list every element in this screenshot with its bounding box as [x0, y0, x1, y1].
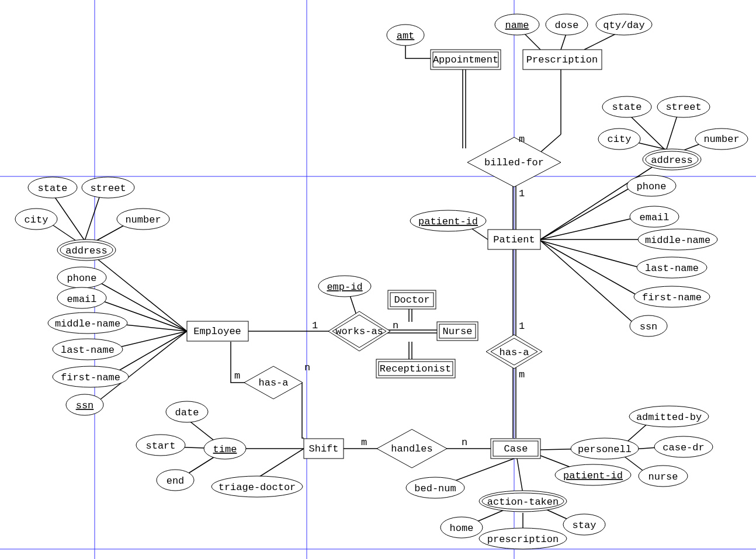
svg-text:triage-doctor: triage-doctor	[219, 482, 296, 493]
entity-nurse-label: Nurse	[442, 326, 472, 337]
rel-handles-label: handles	[391, 443, 432, 454]
attr-patient-ssn: ssn	[630, 315, 667, 336]
attr-patient-state: state	[602, 96, 651, 117]
svg-text:name: name	[505, 20, 529, 31]
svg-text:phone: phone	[67, 273, 96, 284]
svg-line-23	[540, 241, 640, 297]
attr-emp-address: address	[57, 239, 116, 261]
attr-case-dr: case-dr	[654, 436, 713, 457]
entities: Appointment Prescription Employee Patien…	[187, 50, 602, 459]
attr-emp-middlename: middle-name	[48, 313, 127, 334]
svg-text:number: number	[125, 214, 161, 225]
rel-has-a-emp: has-a	[244, 366, 303, 399]
attr-dose: dose	[546, 14, 588, 35]
svg-line-9	[523, 32, 540, 50]
entity-appointment-label: Appointment	[433, 54, 498, 65]
attr-patient-address: address	[643, 149, 701, 170]
attr-emp-email: email	[57, 287, 106, 308]
svg-text:patient-id: patient-id	[563, 470, 623, 481]
svg-text:street: street	[90, 183, 126, 194]
card-works-1: 1	[312, 320, 318, 331]
attr-personell: personell	[571, 438, 639, 459]
entity-prescription-label: Prescription	[526, 54, 598, 65]
card-hasa-emp-m: m	[234, 370, 240, 381]
attr-emp-state: state	[28, 177, 77, 198]
svg-text:state: state	[612, 102, 641, 113]
svg-text:middle-name: middle-name	[645, 235, 710, 246]
entity-doctor: Doctor	[388, 290, 436, 309]
entity-case: Case	[491, 439, 540, 459]
svg-text:state: state	[37, 183, 67, 194]
svg-text:patient-id: patient-id	[418, 216, 478, 227]
attr-patient-lastname: last-name	[637, 257, 707, 278]
attr-bed-num: bed-num	[406, 477, 464, 498]
entity-doctor-label: Doctor	[394, 294, 429, 305]
svg-text:first-name: first-name	[61, 372, 120, 383]
entity-receptionist: Receptionist	[376, 359, 455, 378]
svg-text:bed-num: bed-num	[414, 483, 456, 494]
attr-patient-email: email	[630, 206, 679, 227]
svg-text:ssn: ssn	[76, 400, 94, 411]
card-hasa-pat-m: m	[519, 369, 525, 380]
rel-has-a-pat: has-a	[486, 335, 542, 369]
attr-prescription: prescription	[479, 528, 567, 549]
rel-billed-for: billed-for	[467, 137, 561, 187]
cardinalities: m 1 1 n m n m n 1 m	[234, 134, 525, 448]
attr-emp-ssn: ssn	[66, 394, 103, 415]
entity-shift-label: Shift	[308, 443, 338, 454]
svg-text:emp-id: emp-id	[327, 282, 362, 293]
card-handles-m: m	[361, 437, 367, 448]
svg-text:ssn: ssn	[640, 321, 658, 332]
entity-receptionist-label: Receptionist	[380, 363, 451, 374]
attr-emp-street: street	[82, 177, 134, 198]
card-hasa-emp-n: n	[304, 362, 310, 373]
rel-works-as: works-as	[328, 311, 390, 351]
attr-patient-street: street	[657, 96, 710, 117]
attr-nurse: nurse	[639, 466, 688, 487]
svg-text:home: home	[450, 523, 474, 534]
svg-text:first-name: first-name	[642, 292, 702, 303]
svg-text:prescription: prescription	[487, 534, 559, 545]
svg-text:phone: phone	[636, 181, 666, 192]
attr-date: date	[166, 401, 208, 422]
entity-case-label: Case	[504, 443, 528, 454]
svg-text:case-dr: case-dr	[663, 442, 704, 453]
attr-emp-phone: phone	[57, 267, 106, 288]
entity-prescription: Prescription	[523, 50, 602, 70]
attr-home: home	[441, 517, 483, 538]
attr-end: end	[157, 470, 194, 491]
svg-text:address: address	[651, 155, 692, 166]
svg-text:personell: personell	[578, 444, 632, 455]
card-billed-1: 1	[519, 188, 525, 199]
svg-text:date: date	[175, 407, 199, 418]
attr-patient-id-case: patient-id	[555, 464, 631, 485]
entity-patient-label: Patient	[493, 234, 535, 245]
svg-text:amt: amt	[397, 30, 415, 41]
attr-start: start	[136, 435, 185, 456]
svg-text:admitted-by: admitted-by	[636, 412, 702, 423]
card-billed-m: m	[519, 134, 525, 145]
attr-triage-doctor: triage-doctor	[211, 476, 303, 497]
svg-text:last-name: last-name	[61, 345, 115, 356]
rel-has-a-emp-label: has-a	[258, 377, 288, 388]
svg-text:number: number	[703, 134, 739, 145]
entity-patient: Patient	[488, 230, 540, 249]
attr-admitted-by: admitted-by	[629, 406, 709, 427]
entity-shift: Shift	[304, 439, 344, 459]
svg-text:last-name: last-name	[645, 263, 699, 274]
attr-emp-city: city	[15, 209, 57, 230]
svg-line-46	[85, 194, 100, 241]
card-hasa-pat-1: 1	[519, 321, 525, 332]
attr-patient-firstname: first-name	[634, 286, 710, 307]
er-diagram: Appointment Prescription Employee Patien…	[0, 0, 756, 559]
attr-emp-lastname: last-name	[53, 339, 123, 360]
attr-patient-city: city	[598, 129, 640, 150]
attr-patient-middlename: middle-name	[638, 229, 717, 250]
attr-emp-id: emp-id	[318, 276, 371, 297]
svg-text:qty/day: qty/day	[603, 20, 644, 31]
attr-patient-phone: phone	[627, 175, 676, 196]
svg-text:address: address	[65, 245, 107, 256]
svg-line-19	[540, 186, 634, 239]
attr-patient-id: patient-id	[410, 210, 486, 231]
entity-appointment: Appointment	[431, 50, 501, 70]
